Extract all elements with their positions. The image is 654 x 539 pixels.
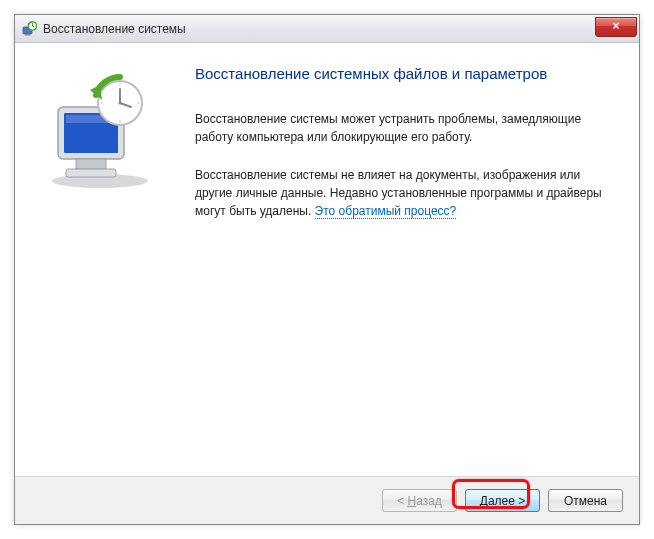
dialog-window: Восстановление системы × (14, 14, 640, 525)
reversible-process-link[interactable]: Это обратимый процесс? (315, 204, 457, 219)
close-icon: × (612, 19, 619, 33)
next-button[interactable]: Далее > (465, 489, 540, 512)
content-area: Восстановление системных файлов и параме… (15, 43, 639, 476)
page-heading: Восстановление системных файлов и параме… (195, 65, 609, 82)
paragraph-1: Восстановление системы может устранить п… (195, 110, 609, 146)
svg-rect-8 (76, 159, 106, 169)
system-restore-illustration-icon (40, 73, 160, 193)
back-button: < Назад (382, 489, 457, 512)
system-restore-icon (21, 21, 37, 37)
cancel-button[interactable]: Отмена (548, 489, 623, 512)
titlebar[interactable]: Восстановление системы × (15, 15, 639, 43)
main-panel: Восстановление системных файлов и параме… (185, 43, 639, 476)
window-title: Восстановление системы (43, 22, 186, 36)
svg-rect-9 (66, 169, 116, 177)
sidebar-illustration (15, 43, 185, 476)
svg-rect-1 (25, 34, 30, 36)
paragraph-2: Восстановление системы не влияет на доку… (195, 166, 609, 220)
button-bar: < Назад Далее > Отмена (15, 476, 639, 524)
close-button[interactable]: × (595, 17, 637, 37)
